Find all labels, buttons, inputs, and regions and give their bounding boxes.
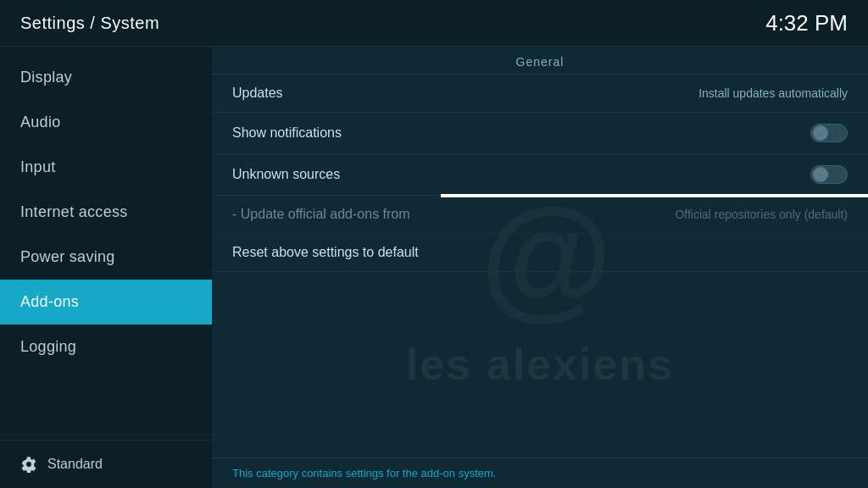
sidebar-footer[interactable]: Standard: [0, 440, 212, 488]
top-bar: Settings / System 4:32 PM: [0, 0, 868, 47]
sidebar: DisplayAudioInputInternet accessPower sa…: [0, 47, 212, 488]
show-notifications-knob: [813, 125, 828, 141]
unknown-sources-label: Unknown sources: [232, 167, 340, 182]
update-official-addons-label: - Update official add-ons from: [232, 207, 410, 222]
sidebar-item-audio[interactable]: Audio: [0, 100, 212, 145]
show-notifications-toggle[interactable]: [810, 124, 848, 142]
sidebar-nav: DisplayAudioInputInternet accessPower sa…: [0, 47, 212, 369]
updates-row[interactable]: Updates Install updates automatically: [212, 75, 868, 113]
updates-value: Install updates automatically: [698, 86, 848, 100]
update-official-addons-value: Official repositories only (default): [675, 208, 848, 221]
settings-list: @ les alexiens Updates Install updates a…: [212, 75, 868, 458]
expertise-level-label: Standard: [47, 457, 103, 472]
section-header: General: [212, 47, 868, 75]
sidebar-item-power-saving[interactable]: Power saving: [0, 235, 212, 280]
reset-settings-row[interactable]: Reset above settings to default: [212, 234, 868, 272]
update-official-addons-row: - Update official add-ons from Official …: [212, 196, 868, 234]
unknown-sources-knob: [813, 167, 828, 182]
unknown-sources-row[interactable]: Unknown sources: [212, 154, 868, 196]
gear-icon: [20, 456, 37, 473]
show-notifications-label: Show notifications: [232, 125, 342, 141]
main-content: General @ les alexiens Updates Install u…: [212, 47, 868, 488]
sidebar-item-display[interactable]: Display: [0, 55, 212, 100]
watermark-text: les alexiens: [406, 339, 674, 390]
updates-label: Updates: [232, 86, 283, 101]
clock: 4:32 PM: [765, 10, 848, 36]
sidebar-item-add-ons[interactable]: Add-ons: [0, 280, 212, 324]
sidebar-item-logging[interactable]: Logging: [0, 324, 212, 369]
sidebar-item-input[interactable]: Input: [0, 145, 212, 190]
reset-settings-label: Reset above settings to default: [232, 245, 419, 260]
footer-note: This category contains settings for the …: [212, 458, 868, 488]
page-title: Settings / System: [20, 14, 159, 33]
unknown-sources-toggle[interactable]: [810, 165, 848, 184]
sidebar-item-internet-access[interactable]: Internet access: [0, 190, 212, 235]
show-notifications-row[interactable]: Show notifications: [212, 113, 868, 154]
